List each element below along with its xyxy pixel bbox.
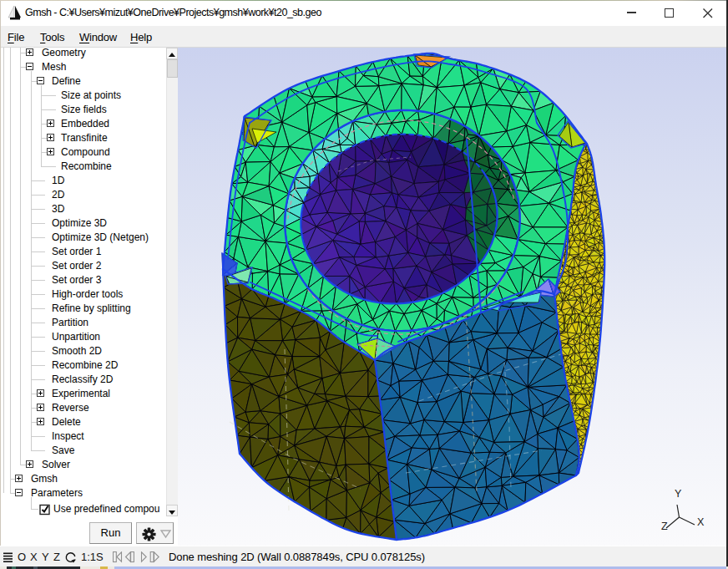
svg-text:Z: Z (661, 521, 668, 531)
svg-text:Y: Y (675, 488, 682, 500)
svg-text:X: X (697, 516, 705, 528)
